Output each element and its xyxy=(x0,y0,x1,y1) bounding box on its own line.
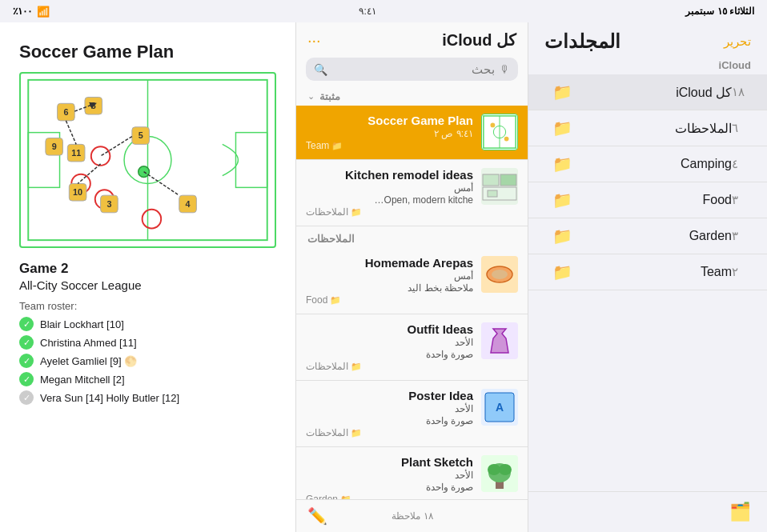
svg-line-27 xyxy=(66,121,76,144)
soccer-field-svg: 6 8 9 11 5 10 3 4 xyxy=(21,74,275,246)
folder-item-garden[interactable]: ٣ Garden 📁 xyxy=(528,218,767,254)
folder-icon-all: 📁 xyxy=(552,82,572,102)
chevron-down-icon[interactable]: ⌄ xyxy=(307,91,315,102)
note-item-title-outfit: Outfit Ideas xyxy=(306,322,473,336)
note-item-folder-soccer: 📁 Team xyxy=(306,140,473,151)
roster-item-3: ✓ Ayelet Gamliel [9] 🌕 xyxy=(19,354,276,368)
folder-name-all: كل iCloud xyxy=(572,85,732,100)
player-name-2: Christina Ahmed [11] xyxy=(40,337,137,349)
svg-text:3: 3 xyxy=(106,199,111,209)
folder-item-camping[interactable]: ٤ Camping 📁 xyxy=(528,146,767,182)
svg-text:4: 4 xyxy=(186,199,191,209)
note-item-folder-arepas: 📁 Food xyxy=(306,294,473,306)
app-container: Soccer Game Plan 6 8 xyxy=(0,22,767,532)
pinned-section-header: مثبتة ⌄ xyxy=(296,87,528,106)
folder-item-notes[interactable]: ٦ الملاحظات 📁 xyxy=(528,110,767,146)
note-item-title-plant: Plant Sketch xyxy=(306,455,473,469)
folder-name-team: Team xyxy=(572,265,732,279)
note-title: Soccer Game Plan xyxy=(19,42,276,62)
notes-scroll-area[interactable]: Soccer Game Plan ٩:٤١ ص ۲ 📁 Team xyxy=(296,106,528,499)
note-item-title-kitchen: Kitchen remodel ideas xyxy=(306,168,473,182)
note-item-date-outfit: الأحد xyxy=(306,337,473,348)
note-item-content-outfit: Outfit Ideas الأحد صورة واحدة 📁 الملاحظا… xyxy=(306,322,473,372)
folder-count-camping: ٤ xyxy=(732,157,751,171)
roster-item-1: ✓ Blair Lockhart [10] xyxy=(19,317,276,331)
svg-point-46 xyxy=(488,464,500,475)
folder-item-team[interactable]: ٢ Team 📁 xyxy=(528,254,767,290)
wifi-icon: 📶 xyxy=(37,6,50,18)
pinned-label: مثبتة xyxy=(319,90,340,102)
roster-item-5: ✓ Vera Sun [14] Holly Butler [12] xyxy=(19,390,276,405)
new-folder-button[interactable]: 🗂️ xyxy=(729,502,751,522)
roster-item-4: ✓ Megan Mitchell [2] xyxy=(19,372,276,386)
edit-button[interactable]: تحرير xyxy=(724,34,751,49)
check-icon-2: ✓ xyxy=(19,335,34,350)
note-item-plant[interactable]: Plant Sketch الأحد صورة واحدة 📁 Garden xyxy=(296,447,528,499)
player-name-3: Ayelet Gamliel [9] 🌕 xyxy=(40,355,137,367)
roster-label: Team roster: xyxy=(19,300,276,312)
check-icon-3: ✓ xyxy=(19,354,34,368)
note-item-soccer[interactable]: Soccer Game Plan ٩:٤١ ص ۲ 📁 Team xyxy=(296,106,528,160)
notes-panel-title: كل iCloud xyxy=(442,30,516,50)
svg-text:8: 8 xyxy=(91,101,96,110)
note-item-folder-plant: 📁 Garden xyxy=(306,494,473,499)
status-bar-date: الثلاثاء ١٥ سبتمبر xyxy=(685,6,754,17)
svg-text:9: 9 xyxy=(52,142,57,151)
folders-panel-title: المجلدات xyxy=(544,30,620,53)
note-item-preview-kitchen: Open, modern kitche… xyxy=(306,194,473,206)
search-input[interactable] xyxy=(332,62,495,76)
folder-item-all-icloud[interactable]: ١٨ كل iCloud 📁 xyxy=(528,74,767,110)
note-thumb-soccer xyxy=(481,114,518,150)
folder-icon-notes: 📁 xyxy=(552,118,572,138)
folder-name-camping: Camping xyxy=(572,157,732,171)
folder-count-garden: ٣ xyxy=(732,229,751,243)
note-item-folder-poster: 📁 الملاحظات xyxy=(306,427,473,438)
mic-icon[interactable]: 🎙 xyxy=(500,63,510,75)
svg-line-28 xyxy=(101,137,132,157)
note-item-kitchen[interactable]: Kitchen remodel ideas أمس Open, modern k… xyxy=(296,160,528,226)
svg-rect-4 xyxy=(235,133,267,188)
roster-item-2: ✓ Christina Ahmed [11] xyxy=(19,335,276,350)
note-item-content-plant: Plant Sketch الأحد صورة واحدة 📁 Garden xyxy=(306,455,473,499)
notes-list-footer: ✏️ ١٨ ملاحظة xyxy=(296,499,528,532)
note-item-content-kitchen: Kitchen remodel ideas أمس Open, modern k… xyxy=(306,168,473,218)
soccer-field-drawing: 6 8 9 11 5 10 3 4 xyxy=(19,72,276,248)
check-icon-1: ✓ xyxy=(19,317,34,331)
note-item-preview-outfit: صورة واحدة xyxy=(306,349,473,360)
folder-icon-kitchen: 📁 xyxy=(351,207,362,218)
folder-icon-camping: 📁 xyxy=(552,154,572,174)
svg-point-35 xyxy=(504,137,509,142)
note-item-content-soccer: Soccer Game Plan ٩:٤١ ص ۲ 📁 Team xyxy=(306,114,473,151)
note-thumb-poster: A xyxy=(481,389,518,426)
svg-point-47 xyxy=(499,464,512,475)
note-item-title-arepas: Homemade Arepas xyxy=(306,256,473,270)
folder-count-food: ٣ xyxy=(732,193,751,207)
more-icon[interactable]: ··· xyxy=(307,31,321,50)
note-item-folder-outfit: 📁 الملاحظات xyxy=(306,361,473,372)
folder-name-garden: Garden xyxy=(572,229,732,243)
note-item-poster[interactable]: A Poster Idea الأحد صورة واحدة 📁 الملاحظ… xyxy=(296,381,528,447)
svg-rect-36 xyxy=(483,174,499,186)
note-item-title-soccer: Soccer Game Plan xyxy=(306,114,473,127)
note-item-preview-poster: صورة واحدة xyxy=(306,415,473,426)
note-item-outfit[interactable]: Outfit Ideas الأحد صورة واحدة 📁 الملاحظا… xyxy=(296,314,528,381)
note-thumb-outfit xyxy=(481,322,518,359)
note-item-content-poster: Poster Idea الأحد صورة واحدة 📁 الملاحظات xyxy=(306,389,473,438)
note-item-title-poster: Poster Idea xyxy=(306,389,473,402)
svg-text:6: 6 xyxy=(63,107,68,117)
folder-item-food[interactable]: ٣ Food 📁 xyxy=(528,182,767,218)
folder-icon-arepas: 📁 xyxy=(330,295,341,306)
notes-list-panel: ··· كل iCloud 🔍 🎙 مثبتة ⌄ xyxy=(296,22,528,532)
svg-point-41 xyxy=(492,270,508,279)
player-name-5: Vera Sun [14] Holly Butler [12] xyxy=(40,392,179,404)
icloud-section-title: iCloud xyxy=(528,58,767,74)
new-note-button[interactable]: ✏️ xyxy=(307,506,327,526)
folder-icon-garden: 📁 xyxy=(552,226,572,246)
note-item-arepas[interactable]: Homemade Arepas أمس ملاحظة بخط اليد 📁 Fo… xyxy=(296,248,528,314)
search-bar[interactable]: 🔍 🎙 xyxy=(306,58,518,81)
note-thumb-kitchen xyxy=(481,168,518,205)
player-name-4: Megan Mitchell [2] xyxy=(40,374,125,386)
note-league: All-City Soccer League xyxy=(19,278,276,292)
svg-point-18 xyxy=(143,210,162,229)
notes-section-header: الملاحظات xyxy=(296,230,528,248)
